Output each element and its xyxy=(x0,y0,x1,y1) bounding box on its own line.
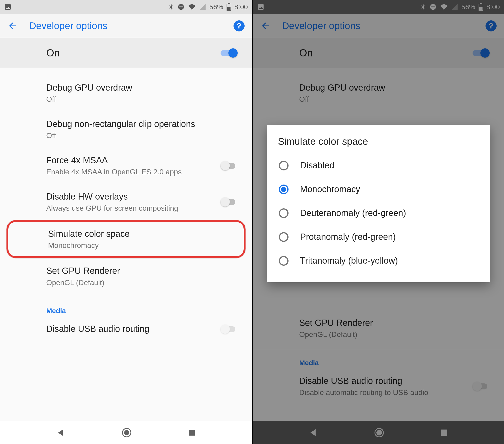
radio-icon xyxy=(279,161,288,170)
option-label: Disabled xyxy=(300,161,334,170)
master-toggle[interactable] xyxy=(220,48,238,58)
setting-debug-clip-ops[interactable]: Debug non-rectangular clip operationsOff xyxy=(0,111,252,148)
nav-back-icon[interactable] xyxy=(56,428,65,437)
app-bar: Developer options ? xyxy=(0,14,252,38)
phone-right: 56% 8:00 Developer options ? On Debug GP… xyxy=(252,0,504,444)
help-button[interactable]: ? xyxy=(234,20,245,32)
radio-icon xyxy=(279,185,288,194)
setting-sub: Enable 4x MSAA in OpenGL ES 2.0 apps xyxy=(46,167,216,177)
back-arrow-icon[interactable] xyxy=(7,21,18,31)
setting-disable-hw-overlays[interactable]: Disable HW overlaysAlways use GPU for sc… xyxy=(0,184,252,220)
setting-title: Disable USB audio routing xyxy=(46,323,216,335)
setting-sub: Off xyxy=(46,131,238,141)
dialog-title: Simulate color space xyxy=(278,136,479,147)
option-protanomaly[interactable]: Protanomaly (red-green) xyxy=(278,225,479,249)
option-tritanomaly[interactable]: Tritanomaly (blue-yellow) xyxy=(278,249,479,273)
clock: 8:00 xyxy=(234,3,248,11)
toggle-force-4x-msaa[interactable] xyxy=(220,161,238,171)
svg-rect-7 xyxy=(189,430,195,436)
settings-list: Debug GPU overdrawOff Debug non-rectangu… xyxy=(0,68,252,421)
bluetooth-icon xyxy=(168,3,174,10)
image-icon xyxy=(4,3,12,11)
color-space-dialog: Simulate color space Disabled Monochroma… xyxy=(267,125,490,282)
option-label: Tritanomaly (blue-yellow) xyxy=(300,256,398,266)
battery-icon xyxy=(227,3,231,11)
radio-icon xyxy=(279,256,288,266)
divider xyxy=(0,298,252,298)
setting-title: Debug non-rectangular clip operations xyxy=(46,118,238,130)
toggle-disable-usb-audio[interactable] xyxy=(220,324,238,334)
option-monochromacy[interactable]: Monochromacy xyxy=(278,177,479,201)
battery-percent: 56% xyxy=(209,3,223,11)
section-header-media: Media xyxy=(0,300,252,316)
option-label: Deuteranomaly (red-green) xyxy=(300,208,406,218)
master-toggle-label: On xyxy=(46,47,220,59)
setting-title: Force 4x MSAA xyxy=(46,154,216,166)
svg-point-6 xyxy=(124,430,129,435)
svg-rect-4 xyxy=(227,7,230,10)
radio-icon xyxy=(279,232,288,242)
setting-sub: Off xyxy=(46,94,238,104)
setting-sub: OpenGL (Default) xyxy=(46,278,238,288)
option-label: Monochromacy xyxy=(300,184,360,194)
page-title: Developer options xyxy=(29,20,222,32)
setting-simulate-color-space[interactable]: Simulate color spaceMonochromacy xyxy=(6,220,246,258)
master-toggle-row[interactable]: On xyxy=(0,38,252,68)
dnd-icon xyxy=(178,3,184,10)
nav-bar xyxy=(0,421,252,444)
status-bar: 56% 8:00 xyxy=(0,0,252,14)
nav-recent-icon[interactable] xyxy=(188,429,196,437)
setting-gpu-renderer[interactable]: Set GPU RendererOpenGL (Default) xyxy=(0,258,252,294)
svg-rect-3 xyxy=(228,3,229,4)
setting-debug-gpu-overdraw[interactable]: Debug GPU overdrawOff xyxy=(0,75,252,111)
setting-sub: Always use GPU for screen compositing xyxy=(46,204,216,213)
nav-home-icon[interactable] xyxy=(122,427,132,438)
signal-icon xyxy=(199,3,206,10)
option-deuteranomaly[interactable]: Deuteranomaly (red-green) xyxy=(278,201,479,225)
setting-title: Debug GPU overdraw xyxy=(46,82,238,94)
option-disabled[interactable]: Disabled xyxy=(278,153,479,177)
setting-title: Set GPU Renderer xyxy=(46,265,238,277)
wifi-icon xyxy=(188,3,196,10)
radio-icon xyxy=(279,208,288,218)
toggle-disable-hw-overlays[interactable] xyxy=(220,197,238,207)
svg-rect-1 xyxy=(179,6,183,7)
phone-left: 56% 8:00 Developer options ? On Debug GP… xyxy=(0,0,252,444)
setting-title: Disable HW overlays xyxy=(46,191,216,203)
setting-title: Simulate color space xyxy=(48,228,230,240)
setting-force-4x-msaa[interactable]: Force 4x MSAAEnable 4x MSAA in OpenGL ES… xyxy=(0,148,252,184)
option-label: Protanomaly (red-green) xyxy=(300,232,396,242)
setting-disable-usb-audio[interactable]: Disable USB audio routing xyxy=(0,316,252,336)
setting-sub: Monochromacy xyxy=(48,241,230,250)
